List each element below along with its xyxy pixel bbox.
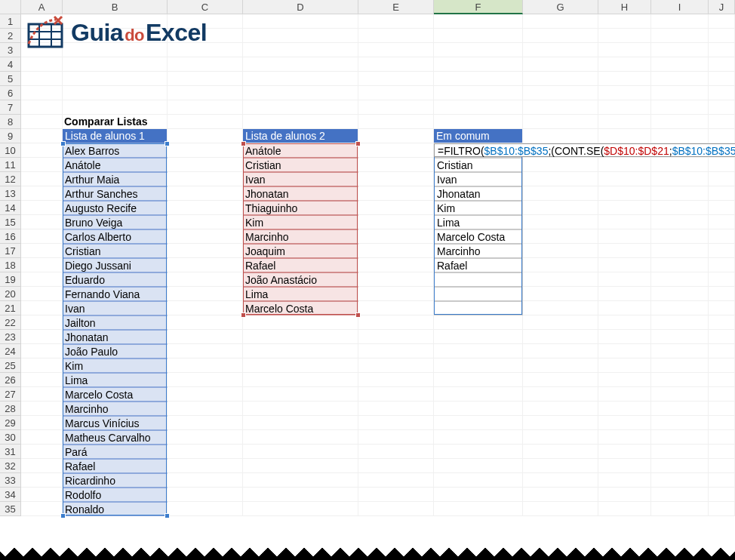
cell-C7[interactable]: [168, 100, 243, 115]
cell-G16[interactable]: [523, 229, 598, 244]
cell-F27[interactable]: [434, 387, 523, 402]
cell-A20[interactable]: [21, 287, 63, 301]
cell-G9[interactable]: [523, 129, 598, 143]
cell-G18[interactable]: [523, 258, 598, 272]
cell-G4[interactable]: [523, 57, 598, 72]
cell-D19[interactable]: João Anastácio: [243, 272, 358, 287]
cell-G22[interactable]: [523, 315, 598, 330]
row-header-24[interactable]: 24: [0, 344, 21, 358]
cell-A11[interactable]: [21, 158, 63, 172]
cell-E16[interactable]: [358, 229, 434, 244]
cell-A34[interactable]: [21, 488, 63, 502]
cell-B17[interactable]: Cristian: [63, 244, 168, 258]
cell-I20[interactable]: [651, 287, 709, 301]
row-header-15[interactable]: 15: [0, 215, 21, 229]
cell-E1[interactable]: [358, 14, 434, 29]
cell-H15[interactable]: [598, 215, 651, 229]
cell-H6[interactable]: [598, 86, 651, 100]
cell-C28[interactable]: [168, 402, 243, 416]
cell-J33[interactable]: [709, 473, 735, 488]
cell-G32[interactable]: [523, 459, 598, 473]
cell-I17[interactable]: [651, 244, 709, 258]
cell-C26[interactable]: [168, 373, 243, 387]
cell-F23[interactable]: [434, 330, 523, 344]
col-header-E[interactable]: E: [358, 0, 434, 14]
cell-C18[interactable]: [168, 258, 243, 272]
cell-G12[interactable]: [523, 172, 598, 186]
cell-G13[interactable]: [523, 186, 598, 201]
cell-I35[interactable]: [651, 502, 709, 516]
cell-J15[interactable]: [709, 215, 735, 229]
col-header-A[interactable]: A: [21, 0, 63, 14]
row-header-27[interactable]: 27: [0, 387, 21, 402]
cell-J8[interactable]: [709, 115, 735, 129]
cell-B31[interactable]: Pará: [63, 445, 168, 459]
cell-B6[interactable]: [63, 86, 168, 100]
cell-H9[interactable]: [598, 129, 651, 143]
cell-J13[interactable]: [709, 186, 735, 201]
cell-D29[interactable]: [243, 416, 358, 430]
cell-E22[interactable]: [358, 315, 434, 330]
cell-A17[interactable]: [21, 244, 63, 258]
cell-E24[interactable]: [358, 344, 434, 358]
cell-D35[interactable]: [243, 502, 358, 516]
cell-H20[interactable]: [598, 287, 651, 301]
cell-E29[interactable]: [358, 416, 434, 430]
cell-F15[interactable]: Lima: [434, 215, 523, 229]
cell-H16[interactable]: [598, 229, 651, 244]
row-header-3[interactable]: 3: [0, 43, 21, 57]
cell-H18[interactable]: [598, 258, 651, 272]
row-header-32[interactable]: 32: [0, 459, 21, 473]
cell-E8[interactable]: [358, 115, 434, 129]
cell-F1[interactable]: [434, 14, 523, 29]
cell-C31[interactable]: [168, 445, 243, 459]
col-header-H[interactable]: H: [598, 0, 651, 14]
cell-I33[interactable]: [651, 473, 709, 488]
cell-D26[interactable]: [243, 373, 358, 387]
cell-J3[interactable]: [709, 43, 735, 57]
cell-C24[interactable]: [168, 344, 243, 358]
cell-J22[interactable]: [709, 315, 735, 330]
cell-D14[interactable]: Thiaguinho: [243, 201, 358, 215]
cell-A30[interactable]: [21, 430, 63, 445]
row-header-34[interactable]: 34: [0, 488, 21, 502]
cell-J14[interactable]: [709, 201, 735, 215]
cell-J17[interactable]: [709, 244, 735, 258]
cell-A13[interactable]: [21, 186, 63, 201]
cell-B16[interactable]: Carlos Alberto: [63, 229, 168, 244]
cell-A10[interactable]: [21, 143, 63, 158]
cell-D10[interactable]: Anátole: [243, 143, 358, 158]
cell-J19[interactable]: [709, 272, 735, 287]
cell-B34[interactable]: Rodolfo: [63, 488, 168, 502]
cell-A31[interactable]: [21, 445, 63, 459]
cell-H17[interactable]: [598, 244, 651, 258]
cell-C30[interactable]: [168, 430, 243, 445]
cell-D28[interactable]: [243, 402, 358, 416]
col-header-F[interactable]: F: [434, 0, 523, 14]
cell-A23[interactable]: [21, 330, 63, 344]
cell-A7[interactable]: [21, 100, 63, 115]
cell-E31[interactable]: [358, 445, 434, 459]
cell-E9[interactable]: [358, 129, 434, 143]
cell-I2[interactable]: [651, 29, 709, 43]
cell-E33[interactable]: [358, 473, 434, 488]
cell-H1[interactable]: [598, 14, 651, 29]
cell-D24[interactable]: [243, 344, 358, 358]
select-all-corner[interactable]: [0, 0, 21, 14]
cell-H25[interactable]: [598, 358, 651, 373]
cell-I23[interactable]: [651, 330, 709, 344]
cell-F35[interactable]: [434, 502, 523, 516]
cell-D17[interactable]: Joaquim: [243, 244, 358, 258]
row-header-4[interactable]: 4: [0, 57, 21, 72]
cell-H33[interactable]: [598, 473, 651, 488]
cell-D13[interactable]: Jhonatan: [243, 186, 358, 201]
cell-J5[interactable]: [709, 72, 735, 86]
cell-D32[interactable]: [243, 459, 358, 473]
cell-G5[interactable]: [523, 72, 598, 86]
cell-G6[interactable]: [523, 86, 598, 100]
cell-A22[interactable]: [21, 315, 63, 330]
cell-F29[interactable]: [434, 416, 523, 430]
cell-I3[interactable]: [651, 43, 709, 57]
cell-D15[interactable]: Kim: [243, 215, 358, 229]
cell-F24[interactable]: [434, 344, 523, 358]
